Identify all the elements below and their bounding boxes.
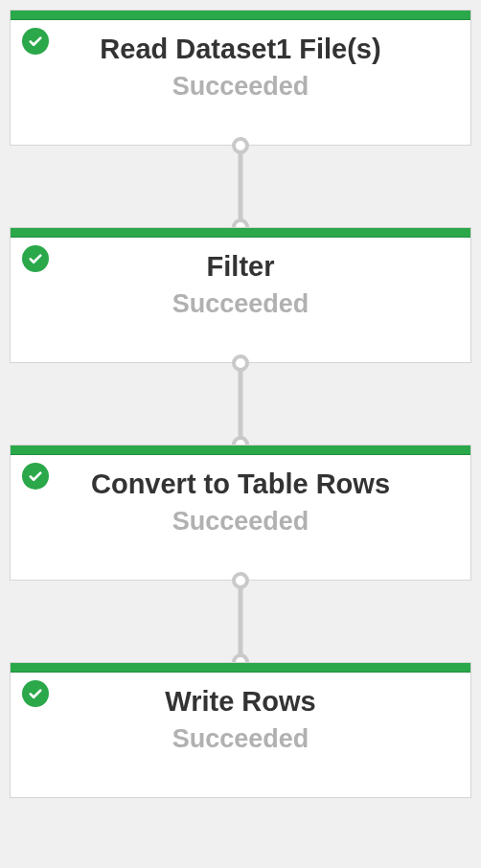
connector	[10, 581, 471, 662]
node-body: Filter Succeeded	[11, 238, 470, 362]
node-title: Convert to Table Rows	[60, 467, 455, 501]
connector-line	[239, 586, 243, 656]
node-status-label: Succeeded	[60, 289, 455, 319]
check-circle-icon	[22, 28, 49, 55]
pipeline-node[interactable]: Filter Succeeded	[10, 227, 471, 363]
node-status-bar	[11, 445, 470, 455]
node-status-label: Succeeded	[60, 724, 455, 754]
pipeline-diagram: Read Dataset1 File(s) Succeeded Filter S…	[10, 10, 471, 798]
pipeline-node[interactable]: Read Dataset1 File(s) Succeeded	[10, 10, 471, 146]
check-circle-icon	[22, 680, 49, 707]
check-circle-icon	[22, 463, 49, 490]
check-circle-icon	[22, 245, 49, 272]
node-title: Read Dataset1 File(s)	[60, 32, 455, 66]
node-status-label: Succeeded	[60, 72, 455, 102]
node-title: Filter	[60, 249, 455, 284]
connector	[10, 363, 471, 445]
node-body: Write Rows Succeeded	[11, 673, 470, 797]
pipeline-node[interactable]: Convert to Table Rows Succeeded	[10, 445, 471, 581]
node-body: Read Dataset1 File(s) Succeeded	[11, 20, 470, 145]
node-status-bar	[11, 11, 470, 20]
pipeline-node[interactable]: Write Rows Succeeded	[10, 662, 471, 798]
node-body: Convert to Table Rows Succeeded	[11, 455, 470, 580]
node-title: Write Rows	[60, 684, 455, 719]
connector-line	[239, 151, 243, 221]
connector	[10, 146, 471, 227]
connector-line	[239, 369, 243, 439]
node-status-label: Succeeded	[60, 507, 455, 537]
node-status-bar	[11, 228, 470, 238]
node-status-bar	[11, 663, 470, 673]
